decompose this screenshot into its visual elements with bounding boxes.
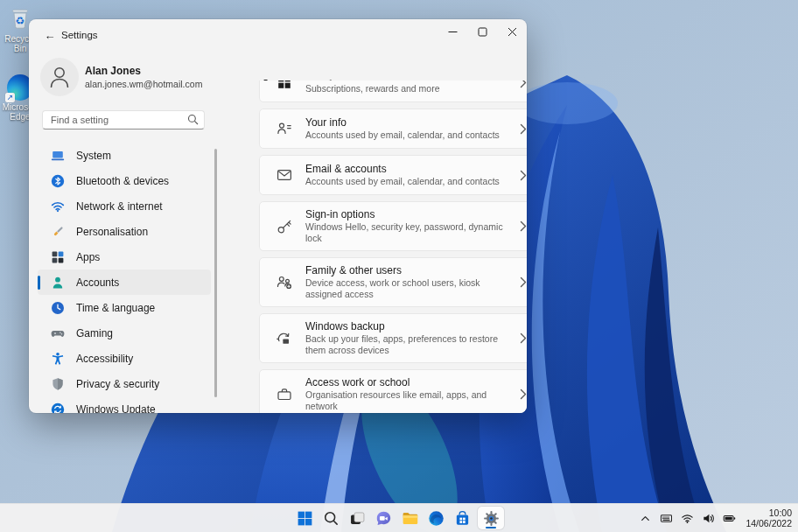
sidebar-item-personalisation[interactable]: Personalisation [38,219,211,244]
sidebar-item-privacy-security[interactable]: Privacy & security [38,371,211,396]
back-button[interactable]: ← [40,27,60,43]
maximize-button[interactable] [467,19,497,44]
chevron-right-icon [517,123,527,135]
settings-card-family-other-users[interactable]: Family & other usersDevice access, work … [259,257,527,307]
card-text: Windows backupBack up your files, apps, … [305,320,517,356]
taskbar-button-edge[interactable] [425,507,446,529]
card-subtitle: Device access, work or school users, kio… [305,277,512,300]
sidebar-scrollbar[interactable] [214,149,217,397]
card-text: Family & other usersDevice access, work … [305,264,517,300]
card-text: Email & accountsAccounts used by email, … [305,163,517,187]
accessibility-icon [51,352,65,366]
volume-icon [702,512,715,525]
card-title: Family & other users [305,264,512,277]
card-subtitle: Organisation resources like email, apps,… [305,389,512,412]
backup-icon [276,330,293,347]
chevron-right-icon [517,332,527,344]
search-icon [322,509,340,528]
sidebar-item-time-language[interactable]: Time & language [38,295,211,320]
touch-keyboard-icon [660,512,673,525]
card-text: Your infoAccounts used by email, calenda… [305,116,517,141]
tray-battery[interactable] [722,511,736,525]
taskbar-apps [294,504,504,532]
taskbar-button-chat[interactable] [373,507,394,529]
settings-card-subscriptions[interactable]: Subscriptions, rewards and more [259,80,527,102]
your-info-icon [276,120,293,137]
tray-chevron-up[interactable] [638,511,652,525]
sidebar-item-label: Gaming [76,327,113,340]
chevron-right-icon [517,220,527,232]
taskbar-button-start[interactable] [294,507,315,529]
wifi-icon [681,512,694,525]
bluetooth-icon [51,174,65,188]
settings-window: ← Settings Alan Jones alan.jones.wm@hotm… [29,19,527,413]
start-icon [296,509,314,528]
search-input[interactable] [42,110,205,130]
settings-card-your-info[interactable]: Your infoAccounts used by email, calenda… [259,108,527,149]
apps-icon [51,250,65,264]
sidebar-item-label: Time & language [76,302,155,314]
sidebar-item-windows-update[interactable]: Windows Update [38,396,211,413]
card-subtitle: Accounts used by email, calendar, and co… [305,176,512,187]
window-controls [438,19,527,44]
file-explorer-icon [401,509,419,528]
gaming-icon [51,326,65,340]
card-subtitle: Accounts used by email, calendar, and co… [305,130,512,141]
settings-gear-icon [482,509,500,528]
settings-card-access-work-school[interactable]: Access work or schoolOrganisation resour… [259,369,527,413]
search-magnifier-icon [187,114,199,125]
chevron-up-icon [639,512,652,525]
settings-card-email-accounts[interactable]: Email & accountsAccounts used by email, … [259,155,527,195]
tray-volume[interactable] [701,511,715,525]
tray-wifi[interactable] [680,511,694,525]
accounts-icon [51,276,65,290]
windows-update-icon [51,402,65,414]
sidebar-item-label: Apps [76,251,100,263]
settings-card-list: Subscriptions, rewards and moreYour info… [259,80,527,413]
card-text: Subscriptions, rewards and more [305,80,517,94]
card-text: Sign-in optionsWindows Hello, security k… [305,208,517,244]
shortcut-arrow-icon: ↗ [5,93,15,102]
settings-card-sign-in-options[interactable]: Sign-in optionsWindows Hello, security k… [259,201,527,251]
sidebar-item-label: Bluetooth & devices [76,175,169,187]
sidebar-item-label: Network & internet [76,200,163,213]
sidebar-item-accessibility[interactable]: Accessibility [38,346,211,371]
sidebar-item-bluetooth-devices[interactable]: Bluetooth & devices [38,168,211,193]
close-button[interactable] [497,19,527,44]
task-view-icon [348,509,367,528]
taskbar-clock[interactable]: 10:00 14/06/2022 [746,508,792,528]
sidebar-item-network-internet[interactable]: Network & internet [38,193,211,219]
card-subtitle: Subscriptions, rewards and more [305,83,512,94]
sidebar-item-label: Privacy & security [76,378,159,390]
clock-time: 10:00 [746,508,792,518]
chevron-right-icon [517,276,527,288]
sidebar-item-label: Windows Update [76,403,156,414]
taskbar-button-file-explorer[interactable] [399,507,420,529]
window-title: Settings [61,30,98,40]
taskbar-button-store[interactable] [452,507,472,529]
avatar[interactable] [40,58,79,96]
card-title: Sign-in options [305,208,512,221]
card-text: Access work or schoolOrganisation resour… [305,376,517,412]
taskbar-button-task-view[interactable] [346,507,368,529]
card-title: Your info [305,116,512,130]
chat-icon [374,509,393,528]
sidebar-item-label: Personalisation [76,226,148,238]
sidebar-item-gaming[interactable]: Gaming [38,320,211,346]
key-icon [276,218,293,235]
sidebar-nav: SystemBluetooth & devicesNetwork & inter… [38,143,211,413]
taskbar-button-search[interactable] [320,507,341,529]
minimize-button[interactable] [438,19,467,44]
sidebar-item-apps[interactable]: Apps [38,244,211,270]
sidebar-item-system[interactable]: System [38,143,211,168]
tray-touch-keyboard[interactable] [659,511,673,525]
card-subtitle: Windows Hello, security key, password, d… [305,221,512,244]
card-title: Access work or school [305,376,512,389]
settings-card-windows-backup[interactable]: Windows backupBack up your files, apps, … [259,313,527,363]
time-language-icon [51,301,65,315]
sidebar-item-accounts[interactable]: Accounts [38,270,211,295]
taskbar-button-settings[interactable] [478,507,504,529]
clock-date: 14/06/2022 [746,518,792,528]
system-tray: 10:00 14/06/2022 [638,504,792,532]
battery-icon [723,512,736,525]
